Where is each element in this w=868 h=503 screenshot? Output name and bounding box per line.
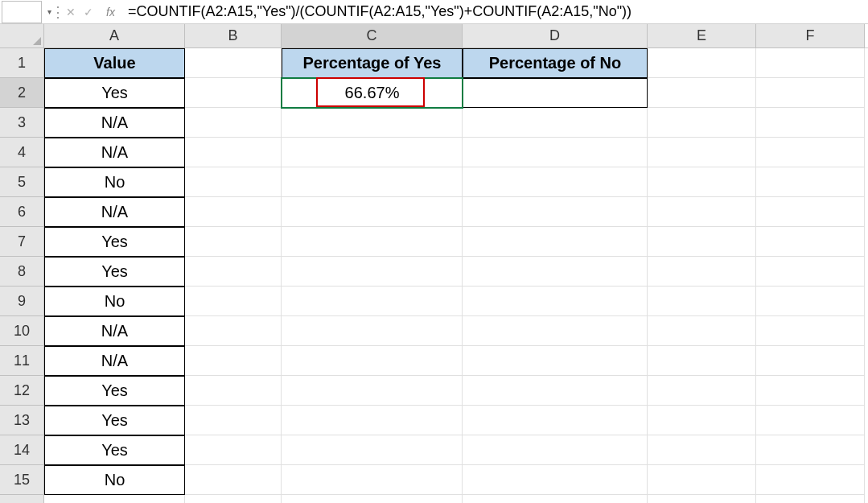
fx-icon[interactable]: fx — [106, 6, 115, 19]
cell-D5[interactable] — [463, 167, 648, 197]
cell-B5[interactable] — [185, 167, 282, 197]
cell-B11[interactable] — [185, 346, 282, 376]
cell-D10[interactable] — [463, 316, 648, 346]
cell-C9[interactable] — [282, 287, 463, 316]
cell-E4[interactable] — [648, 138, 756, 167]
cell-F14[interactable] — [756, 435, 865, 465]
cell-F1[interactable] — [756, 48, 865, 78]
cell-E16[interactable] — [648, 495, 756, 503]
cell-E12[interactable] — [648, 376, 756, 406]
cell-D8[interactable] — [463, 257, 648, 287]
cell-B2[interactable] — [185, 78, 282, 108]
cancel-icon[interactable]: ✕ — [66, 6, 76, 19]
cell-B1[interactable] — [185, 48, 282, 78]
cell-C1[interactable]: Percentage of Yes — [282, 48, 463, 78]
cell-D16[interactable] — [463, 495, 648, 503]
col-header-D[interactable]: D — [463, 24, 648, 48]
col-header-A[interactable]: A — [44, 24, 185, 48]
cell-A13[interactable]: Yes — [44, 406, 185, 435]
cell-E6[interactable] — [648, 197, 756, 227]
cell-A12[interactable]: Yes — [44, 376, 185, 406]
cell-A6[interactable]: N/A — [44, 197, 185, 227]
cell-C11[interactable] — [282, 346, 463, 376]
cell-A15[interactable]: No — [44, 465, 185, 495]
row-header-13[interactable]: 13 — [0, 406, 44, 435]
cell-A10[interactable]: N/A — [44, 316, 185, 346]
row-header-16[interactable] — [0, 495, 44, 503]
cell-E1[interactable] — [648, 48, 756, 78]
cell-D3[interactable] — [463, 108, 648, 138]
cell-A5[interactable]: No — [44, 167, 185, 197]
cell-C5[interactable] — [282, 167, 463, 197]
cell-E2[interactable] — [648, 78, 756, 108]
cell-D1[interactable]: Percentage of No — [463, 48, 648, 78]
cell-C2[interactable]: 66.67% — [282, 78, 463, 108]
cell-A9[interactable]: No — [44, 287, 185, 316]
cell-A3[interactable]: N/A — [44, 108, 185, 138]
cell-C6[interactable] — [282, 197, 463, 227]
cell-A7[interactable]: Yes — [44, 227, 185, 257]
cell-F2[interactable] — [756, 78, 865, 108]
cell-D15[interactable] — [463, 465, 648, 495]
cell-F5[interactable] — [756, 167, 865, 197]
cell-E3[interactable] — [648, 108, 756, 138]
row-header-7[interactable]: 7 — [0, 227, 44, 257]
cell-D12[interactable] — [463, 376, 648, 406]
cell-A1[interactable]: Value — [44, 48, 185, 78]
cell-F3[interactable] — [756, 108, 865, 138]
cell-A8[interactable]: Yes — [44, 257, 185, 287]
cell-B9[interactable] — [185, 287, 282, 316]
cell-B8[interactable] — [185, 257, 282, 287]
cell-A16[interactable] — [44, 495, 185, 503]
cell-F6[interactable] — [756, 197, 865, 227]
cell-C3[interactable] — [282, 108, 463, 138]
cell-B16[interactable] — [185, 495, 282, 503]
cell-B14[interactable] — [185, 435, 282, 465]
cell-C12[interactable] — [282, 376, 463, 406]
cell-D11[interactable] — [463, 346, 648, 376]
cell-E5[interactable] — [648, 167, 756, 197]
cell-B15[interactable] — [185, 465, 282, 495]
cell-E13[interactable] — [648, 406, 756, 435]
cell-D13[interactable] — [463, 406, 648, 435]
cell-E7[interactable] — [648, 227, 756, 257]
cell-A2[interactable]: Yes — [44, 78, 185, 108]
cell-A14[interactable]: Yes — [44, 435, 185, 465]
cell-F12[interactable] — [756, 376, 865, 406]
cell-B4[interactable] — [185, 138, 282, 167]
confirm-icon[interactable]: ✓ — [84, 6, 93, 19]
cell-A11[interactable]: N/A — [44, 346, 185, 376]
row-header-14[interactable]: 14 — [0, 435, 44, 465]
cell-E14[interactable] — [648, 435, 756, 465]
cell-C13[interactable] — [282, 406, 463, 435]
cell-D4[interactable] — [463, 138, 648, 167]
cell-D6[interactable] — [463, 197, 648, 227]
col-header-B[interactable]: B — [185, 24, 282, 48]
row-header-9[interactable]: 9 — [0, 287, 44, 316]
row-header-2[interactable]: 2 — [0, 78, 44, 108]
cell-B10[interactable] — [185, 316, 282, 346]
cell-C8[interactable] — [282, 257, 463, 287]
row-header-4[interactable]: 4 — [0, 138, 44, 167]
row-header-1[interactable]: 1 — [0, 48, 44, 78]
cell-F15[interactable] — [756, 465, 865, 495]
cell-D2[interactable] — [463, 78, 648, 108]
col-header-F[interactable]: F — [756, 24, 865, 48]
cell-C7[interactable] — [282, 227, 463, 257]
cell-B7[interactable] — [185, 227, 282, 257]
cell-C10[interactable] — [282, 316, 463, 346]
cell-C4[interactable] — [282, 138, 463, 167]
col-header-C[interactable]: C — [282, 24, 463, 48]
cell-D7[interactable] — [463, 227, 648, 257]
cell-F11[interactable] — [756, 346, 865, 376]
row-header-12[interactable]: 12 — [0, 376, 44, 406]
cell-B3[interactable] — [185, 108, 282, 138]
cell-F10[interactable] — [756, 316, 865, 346]
cell-B6[interactable] — [185, 197, 282, 227]
row-header-6[interactable]: 6 — [0, 197, 44, 227]
name-box[interactable] — [2, 1, 42, 23]
row-header-10[interactable]: 10 — [0, 316, 44, 346]
row-header-11[interactable]: 11 — [0, 346, 44, 376]
cell-C15[interactable] — [282, 465, 463, 495]
cell-F8[interactable] — [756, 257, 865, 287]
